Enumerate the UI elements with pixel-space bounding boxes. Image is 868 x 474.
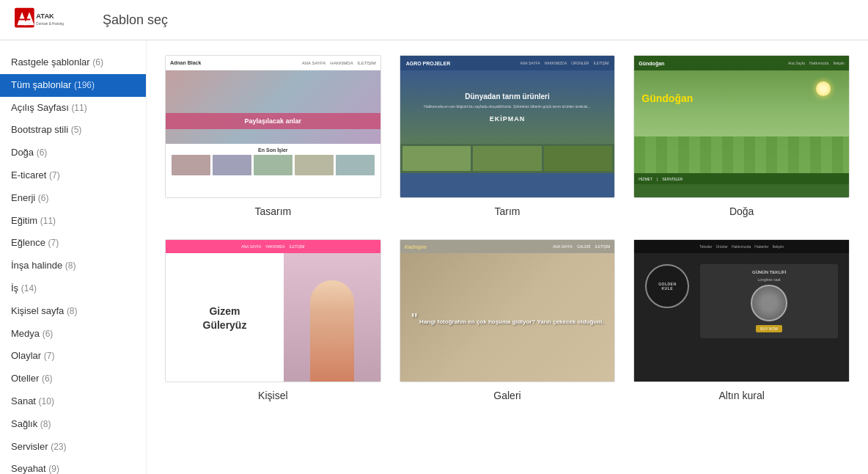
template-card-altin-kural[interactable]: Tekstler Ürünler Hakkımızda Haberler İle…	[633, 239, 850, 401]
main-layout: Rastgele şablonlar (6)Tüm şablonlar (196…	[0, 40, 868, 474]
template-thumb-tarim: AGRO PROJELER ANA SAYFA HAKKIMIZDA ÜRÜNL…	[400, 55, 616, 198]
sidebar-item-count: (11)	[40, 216, 56, 226]
sidebar-item-label: İş	[11, 282, 21, 293]
sidebar-item-label: Tüm şablonlar	[11, 79, 74, 90]
sidebar-item-label: Doğa	[11, 147, 37, 158]
sidebar-item-count: (10)	[39, 396, 54, 406]
sidebar-item-seyahat[interactable]: Seyahat (9)	[0, 458, 146, 474]
sidebar-item-count: (7)	[49, 170, 60, 181]
sidebar-item-label: Kişisel sayfa	[11, 305, 67, 316]
sidebar-item-label: Sanat	[11, 395, 39, 406]
template-label-galeri: Galeri	[400, 390, 616, 401]
svg-text:ATAK: ATAK	[36, 12, 54, 20]
sidebar-item-label: Olaylar	[11, 350, 44, 361]
sidebar-item-label: Medya	[11, 328, 43, 339]
template-thumb-doga: Gündoğan Ana Sayfa Hakkımızda İletişim G…	[633, 55, 850, 198]
sidebar-item-oteller[interactable]: Oteller (6)	[0, 368, 146, 390]
sidebar-item-label: Enerji	[11, 192, 38, 203]
sidebar-item-count: (8)	[67, 306, 78, 316]
preview-galeri-hero: " Hangi fotoğrafım en çok hoşuma gidiyor…	[400, 253, 615, 382]
sidebar-item-count: (6)	[92, 57, 103, 68]
sidebar-item-label: Bootstrap stili	[11, 124, 71, 135]
sidebar-item-eglence[interactable]: Eğlence (7)	[0, 232, 146, 255]
template-card-galeri[interactable]: Kadrajım ANA SAYFA GALERİ İLETİŞİM " Han…	[400, 239, 616, 401]
sidebar-item-label: E-ticaret	[11, 169, 49, 181]
sidebar-item-count: (8)	[65, 260, 76, 271]
sidebar-item-eticaret[interactable]: E-ticaret (7)	[0, 164, 146, 187]
sidebar-item-count: (5)	[71, 125, 82, 135]
template-card-tarim[interactable]: AGRO PROJELER ANA SAYFA HAKKIMIZDA ÜRÜNL…	[400, 55, 616, 217]
template-thumb-kisisel: ANA SAYFA HAKKIMDA İLETİŞİM GizemGüleryü…	[165, 239, 381, 382]
template-card-doga[interactable]: Gündoğan Ana Sayfa Hakkımızda İletişim G…	[633, 55, 850, 217]
preview-thumbnails	[166, 155, 380, 175]
sidebar-item-label: Sağlık	[11, 418, 40, 429]
sidebar-item-label: Rastgele şablonlar	[11, 56, 92, 68]
sidebar-item-bootstrap[interactable]: Bootstrap stili (5)	[0, 119, 146, 142]
template-label-doga: Doğa	[633, 205, 850, 217]
sidebar-item-count: (196)	[74, 80, 95, 90]
sidebar-item-acilis[interactable]: Açılış Sayfası (11)	[0, 97, 146, 120]
preview-nav: Adnan Black ANA SAYFA HAKKIMDA İLETİŞİM	[166, 56, 380, 70]
sidebar-item-count: (9)	[48, 464, 59, 474]
sidebar-item-label: Açılış Sayfası	[11, 102, 71, 113]
sidebar-item-count: (14)	[21, 283, 37, 293]
logo-image: ATAK Domain & Hosting	[15, 7, 73, 33]
preview-tarim-hero: Dünyadan tarım ürünleri Hakkımızda en so…	[400, 70, 615, 144]
sidebar-item-count: (6)	[42, 373, 53, 384]
sidebar-item-label: Servisler	[11, 441, 51, 452]
template-card-tasarim[interactable]: Adnan Black ANA SAYFA HAKKIMDA İLETİŞİM …	[165, 55, 381, 217]
sidebar-item-count: (6)	[43, 329, 54, 339]
preview-kisisel-body: GizemGüleryüz	[166, 253, 380, 382]
preview-galeri-nav: Kadrajım ANA SAYFA GALERİ İLETİŞİM	[400, 240, 615, 253]
sidebar-item-count: (6)	[38, 193, 49, 203]
preview-doga-hero: Gündoğan	[634, 70, 849, 173]
sidebar-item-enerji[interactable]: Enerji (6)	[0, 187, 146, 210]
sidebar-item-rastgele[interactable]: Rastgele şablonlar (6)	[0, 51, 146, 74]
template-label-tarim: Tarım	[400, 205, 616, 217]
sidebar-item-count: (23)	[51, 442, 66, 452]
template-content: Adnan Black ANA SAYFA HAKKIMDA İLETİŞİM …	[147, 40, 868, 474]
sidebar-item-olaylar[interactable]: Olaylar (7)	[0, 345, 146, 368]
sidebar-item-servisler[interactable]: Servisler (23)	[0, 436, 146, 459]
template-thumb-galeri: Kadrajım ANA SAYFA GALERİ İLETİŞİM " Han…	[400, 239, 616, 382]
sidebar-item-count: (7)	[48, 238, 59, 248]
preview-kisisel-nav: ANA SAYFA HAKKIMDA İLETİŞİM	[166, 240, 380, 253]
logo[interactable]: ATAK Domain & Hosting	[15, 7, 73, 33]
sidebar-item-label: Eğitim	[11, 215, 40, 226]
preview-altin-nav: Tekstler Ürünler Hakkımızda Haberler İle…	[634, 240, 849, 253]
preview-altin-body: GOLDENKULE GÜNÜN TEKLİFİ Longines saat B…	[634, 253, 849, 382]
template-thumb-tasarim: Adnan Black ANA SAYFA HAKKIMDA İLETİŞİM …	[165, 55, 381, 198]
preview-doga-nav: Gündoğan Ana Sayfa Hakkımızda İletişim	[634, 56, 849, 70]
sidebar-item-count: (11)	[71, 103, 87, 113]
preview-hero: Paylaşılacak anlar	[166, 70, 380, 144]
svg-text:Domain & Hosting: Domain & Hosting	[36, 22, 64, 26]
sidebar-item-count: (8)	[40, 419, 51, 429]
preview-hero-text: Paylaşılacak anlar	[166, 113, 380, 129]
sidebar-item-tum[interactable]: Tüm şablonlar (196)	[0, 74, 146, 97]
sidebar-item-count: (7)	[44, 351, 55, 361]
template-label-tasarim: Tasarım	[165, 205, 381, 217]
sidebar-item-is[interactable]: İş (14)	[0, 277, 146, 300]
preview-tarim-nav: AGRO PROJELER ANA SAYFA HAKKIMIZDA ÜRÜNL…	[400, 56, 615, 70]
sidebar-item-egitim[interactable]: Eğitim (11)	[0, 210, 146, 233]
preview-tarim-bottom	[400, 144, 615, 173]
sidebar-item-doga[interactable]: Doğa (6)	[0, 142, 146, 164]
template-label-altin-kural: Altın kural	[633, 390, 850, 401]
template-grid: Adnan Black ANA SAYFA HAKKIMDA İLETİŞİM …	[165, 55, 850, 401]
template-card-kisisel[interactable]: ANA SAYFA HAKKIMDA İLETİŞİM GizemGüleryü…	[165, 239, 381, 401]
sidebar-item-kisisel-sayfa[interactable]: Kişisel sayfa (8)	[0, 300, 146, 323]
template-thumb-altin-kural: Tekstler Ürünler Hakkımızda Haberler İle…	[633, 239, 850, 382]
svg-rect-3	[18, 18, 30, 20]
sidebar-item-sanat[interactable]: Sanat (10)	[0, 390, 146, 413]
sidebar-nav: Rastgele şablonlar (6)Tüm şablonlar (196…	[0, 51, 146, 474]
page-title: Şablon seç	[103, 12, 168, 28]
sidebar-item-label: Seyahat	[11, 463, 48, 474]
header: ATAK Domain & Hosting Şablon seç	[0, 0, 868, 40]
sidebar-item-label: Oteller	[11, 373, 42, 384]
sidebar-item-saglik[interactable]: Sağlık (8)	[0, 413, 146, 436]
sidebar-item-count: (6)	[37, 147, 48, 158]
sidebar-item-label: İnşa halinde	[11, 260, 65, 271]
template-label-kisisel: Kişisel	[165, 390, 381, 401]
sidebar-item-medya[interactable]: Medya (6)	[0, 323, 146, 346]
sidebar-item-insa[interactable]: İnşa halinde (8)	[0, 255, 146, 277]
